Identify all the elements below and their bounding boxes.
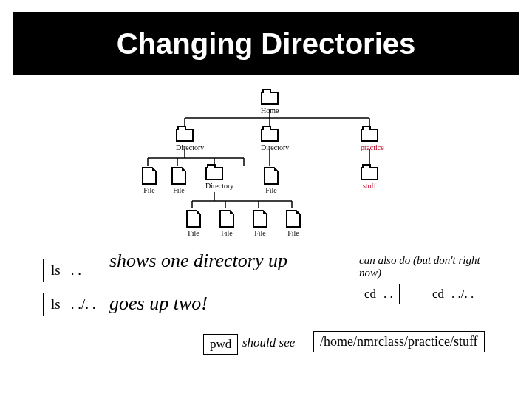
desc-two-up: goes up two! [109, 293, 208, 315]
file-icon [186, 210, 201, 228]
node-file: File [142, 167, 157, 194]
node-stuff: stuff [361, 167, 378, 190]
file-icon [286, 210, 301, 228]
folder-icon [261, 129, 279, 142]
node-dir-b: Directory [261, 129, 289, 151]
directory-tree-diagram: Home Directory Directory practice File F… [133, 87, 421, 256]
cmd-cd-up: cd. . [358, 284, 400, 304]
node-dir-a: Directory [176, 129, 204, 151]
folder-icon [361, 129, 378, 142]
node-home: Home [261, 92, 279, 115]
cmd-ls-up-two: ls. ./. . [43, 293, 103, 316]
note-can-also: can also do (but don't right now) [359, 254, 492, 279]
desc-one-up: shows one directory up [109, 250, 287, 272]
file-icon [142, 167, 157, 185]
folder-icon [205, 167, 223, 180]
file-icon [264, 167, 279, 185]
file-icon [253, 210, 267, 228]
desc-should-see: should see [242, 335, 295, 350]
file-icon [219, 210, 234, 228]
node-file: File [253, 210, 267, 237]
node-file: File [186, 210, 201, 237]
folder-icon [361, 167, 378, 180]
file-icon [171, 167, 186, 185]
node-subdir: Directory [205, 167, 233, 190]
node-file: File [171, 167, 186, 194]
pwd-output-path: /home/nmrclass/practice/stuff [313, 331, 485, 352]
node-file: File [219, 210, 234, 237]
folder-icon [176, 129, 194, 142]
node-practice: practice [361, 129, 384, 151]
folder-icon [261, 92, 279, 105]
node-file: File [264, 167, 279, 194]
cmd-pwd: pwd [203, 334, 238, 355]
cmd-ls-up: ls. . [43, 259, 89, 282]
node-file: File [286, 210, 301, 237]
slide-title: Changing Directories [117, 27, 416, 61]
title-bar: Changing Directories [13, 12, 519, 75]
cmd-cd-up-two: cd. ./. . [426, 284, 480, 304]
